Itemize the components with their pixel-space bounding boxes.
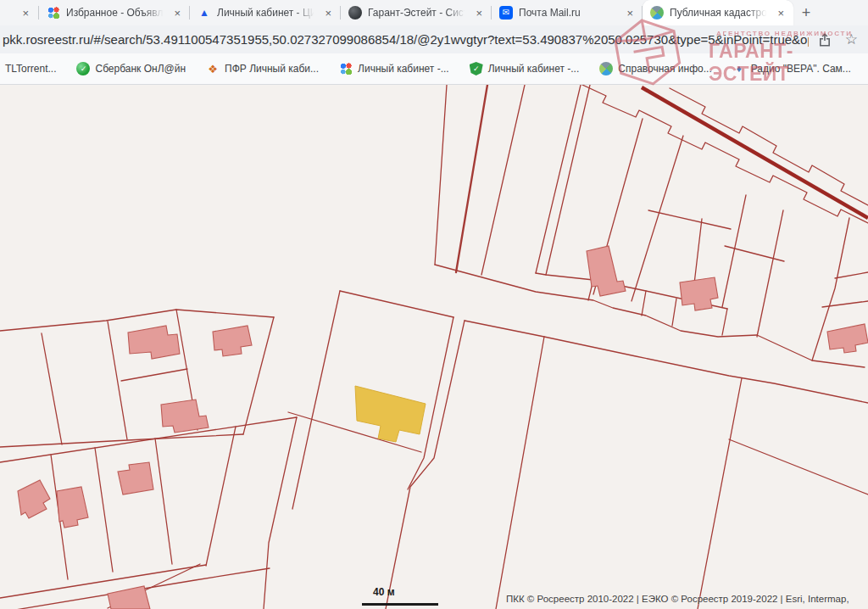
share-icon[interactable] [817, 33, 832, 47]
bookmark-favicon [206, 62, 220, 75]
bookmark-favicon [76, 62, 90, 75]
tab-title: Почта Mail.ru [519, 7, 619, 19]
tab-close-icon[interactable]: × [474, 7, 484, 20]
bookmark-item[interactable]: ПФР Личный каби... [206, 62, 319, 75]
scale-label: 40 м [373, 586, 395, 598]
tab-title: Гарант-Эстейт - Систем [368, 7, 468, 19]
bookmark-item[interactable]: Личный кабинет -... [339, 62, 449, 75]
bookmarks-bar: TLTorrent... Сбербанк ОнЛ@йн ПФР Личный … [0, 53, 868, 85]
address-bar[interactable]: pkk.rosreestr.ru/#/search/53.49110054735… [0, 25, 868, 53]
bookmark-favicon [470, 62, 483, 75]
tab-favicon [499, 6, 513, 20]
bookmark-title: Справочная инфо... [618, 63, 711, 75]
browser-tab[interactable]: Публичная кадастрова × [643, 0, 793, 25]
bookmark-title: Радио "ВЕРА". Сам... [751, 63, 851, 75]
tab-title: Избранное - Объявлен [66, 7, 166, 19]
tab-bar: × Избранное - Объявлен × Личный кабинет … [0, 0, 868, 25]
scale-bar [362, 603, 438, 606]
tab-close-icon[interactable]: × [776, 7, 786, 20]
tab-close-icon[interactable]: × [172, 7, 182, 20]
map-labels [0, 85, 868, 609]
browser-tab[interactable]: Избранное - Объявлен × [39, 0, 190, 25]
bookmark-item[interactable]: Личный кабинет -... [470, 62, 580, 75]
bookmark-favicon [732, 62, 746, 75]
tab-close-icon[interactable]: × [323, 7, 333, 20]
tab-list: Избранное - Объявлен × Личный кабинет - … [39, 0, 793, 25]
bookmark-title: Сбербанк ОнЛ@йн [95, 63, 186, 75]
bookmark-item[interactable]: Радио "ВЕРА". Сам... [732, 62, 851, 75]
browser-tab[interactable]: Личный кабинет - ЦИА × [190, 0, 341, 25]
new-tab-button[interactable]: + [793, 0, 819, 25]
bookmark-title: Личный кабинет -... [488, 63, 580, 75]
bookmark-star-icon[interactable]: ☆ [845, 32, 858, 47]
close-icon[interactable]: × [20, 7, 31, 20]
bookmark-title: Личный кабинет -... [358, 63, 449, 75]
url-text[interactable]: pkk.rosreestr.ru/#/search/53.49110054735… [3, 32, 809, 47]
browser-tab[interactable]: Гарант-Эстейт - Систем × [341, 0, 492, 25]
tab-title: Публичная кадастрова [670, 7, 770, 19]
bookmark-title: ПФР Личный каби... [225, 63, 319, 75]
tab-title: Личный кабинет - ЦИА [217, 7, 317, 19]
tab-close-icon[interactable]: × [625, 7, 635, 20]
browser-chrome: × Избранное - Объявлен × Личный кабинет … [0, 0, 868, 85]
browser-tab[interactable]: Почта Mail.ru × [492, 0, 643, 25]
bookmark-favicon [599, 62, 613, 75]
tab-favicon [348, 6, 362, 20]
bookmark-item[interactable]: TLTorrent... [5, 63, 56, 75]
bookmark-title: TLTorrent... [5, 63, 56, 75]
tab-favicon [650, 6, 664, 20]
bookmark-item[interactable]: Справочная инфо... [599, 62, 711, 75]
tab-partial[interactable]: × [0, 0, 39, 25]
tab-favicon [198, 6, 211, 20]
bookmark-favicon [339, 62, 353, 75]
map-attribution: ПКК © Росреестр 2010-2022 | ЕЭКО © Росре… [506, 594, 868, 604]
bookmark-item[interactable]: Сбербанк ОнЛ@йн [76, 62, 186, 75]
cadastral-map[interactable]: 40 м ПКК © Росреестр 2010-2022 | ЕЭКО © … [0, 85, 868, 609]
tab-favicon [47, 6, 60, 20]
